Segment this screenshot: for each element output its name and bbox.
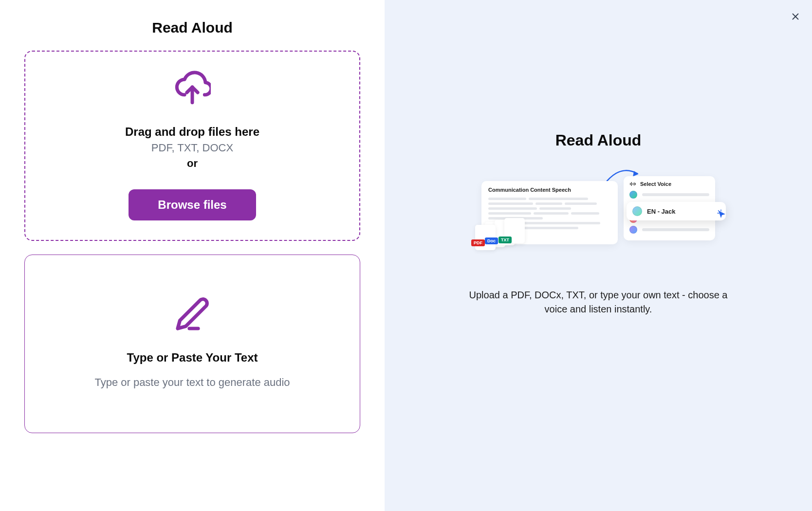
voice-option (629, 191, 709, 199)
badge-doc: Doc (485, 237, 498, 244)
illustration-voice-selected: EN - Jack (627, 202, 726, 220)
right-title: Read Aloud (555, 131, 642, 149)
dropzone-heading: Drag and drop files here (125, 125, 259, 139)
voice-header: Select Voice (629, 181, 709, 187)
badge-txt: TXT (498, 237, 512, 243)
left-panel: Read Aloud Drag and drop files here PDF,… (0, 0, 385, 511)
dropzone-formats: PDF, TXT, DOCX (151, 142, 233, 154)
close-button[interactable] (788, 9, 803, 24)
right-description: Upload a PDF, DOCx, TXT, or type your ow… (464, 288, 732, 316)
avatar-icon (629, 226, 637, 234)
file-dropzone[interactable]: Drag and drop files here PDF, TXT, DOCX … (24, 51, 360, 241)
voice-header-label: Select Voice (640, 181, 671, 187)
waveform-icon (629, 181, 636, 187)
voice-selected-label: EN - Jack (647, 208, 676, 215)
text-card-subtext: Type or paste your text to generate audi… (94, 376, 290, 389)
pencil-icon (175, 296, 210, 331)
cloud-upload-icon (174, 69, 211, 106)
illustration: Communication Content Speech (477, 176, 720, 266)
close-icon (790, 11, 801, 22)
badge-pdf: PDF (471, 239, 485, 246)
text-input-card[interactable]: Type or Paste Your Text Type or paste yo… (24, 255, 360, 433)
page-title: Read Aloud (24, 19, 360, 36)
right-content: Read Aloud Communication Content Speech (399, 131, 797, 316)
voice-option (629, 226, 709, 234)
avatar-icon (632, 206, 642, 216)
cursor-icon (717, 209, 727, 219)
right-panel: Read Aloud Communication Content Speech (385, 0, 812, 511)
avatar-icon (629, 191, 637, 199)
browse-files-button[interactable]: Browse files (129, 189, 256, 220)
illustration-doc-title: Communication Content Speech (488, 187, 611, 193)
text-card-heading: Type or Paste Your Text (127, 351, 258, 365)
dropzone-or: or (187, 157, 198, 170)
